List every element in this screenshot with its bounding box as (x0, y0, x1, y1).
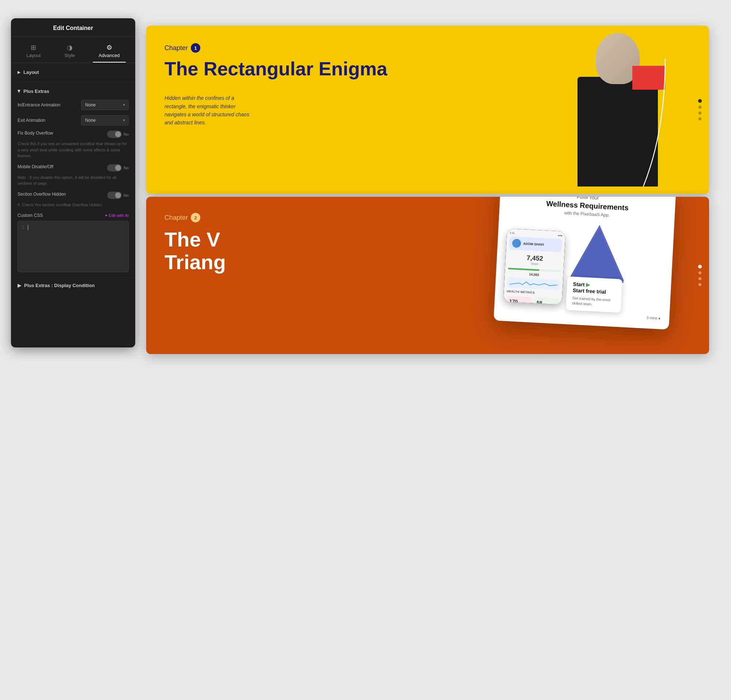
ch2-nav-dot-3 (699, 283, 702, 286)
wellness-card-body: 6:41 ●●● ADOM SHAFI (503, 218, 666, 321)
chapter1-nav-dots (698, 99, 702, 120)
style-icon: ◑ (67, 44, 73, 51)
chapter2-title: The V Triang (164, 228, 410, 273)
trial-free-trial: Start free trial (573, 287, 606, 295)
weight-value: 58 (537, 300, 556, 305)
custom-css-header: Custom CSS ✦ Edit with AI (18, 213, 129, 218)
health-metrics-label: HEALTH METRICS (506, 290, 559, 296)
section-overflow-thumb (115, 193, 121, 198)
phone-progress-fill (508, 268, 539, 271)
chapter2-title-line1: The V (164, 228, 220, 251)
chapter1-image (548, 26, 687, 194)
css-editor[interactable]: 1 (18, 221, 129, 272)
nav-dot-1 (699, 106, 702, 109)
calories-display: 14,562 (508, 271, 560, 278)
exit-animation-label: Exit Animation (18, 118, 78, 123)
phone-screen: 6:41 ●●● ADOM SHAFI (503, 229, 565, 304)
chapter2-content: Chapter 2 The V Triang (146, 197, 428, 297)
exit-animation-select-wrapper: None FadeOut SlideOut (81, 115, 129, 125)
metric-row: 170 Heart beat 58 Weight (506, 296, 559, 304)
in-animation-select[interactable]: None FadeIn SlideIn (81, 100, 129, 110)
phone-signals: ●●● (558, 234, 562, 237)
tab-style[interactable]: ◑ Style (59, 42, 81, 63)
css-cursor (28, 225, 28, 230)
wellness-card: Fulfill Your Wellness Requirements with … (493, 197, 676, 329)
section-overflow-row: Section Overflow Hidden No (18, 192, 129, 199)
mobile-disable-toggle[interactable]: No (107, 164, 129, 172)
heart-rate-label: Heart beat (509, 304, 528, 305)
mobile-disable-row: Mobile Disable/Off No (18, 164, 129, 172)
nav-dot-active (698, 99, 702, 103)
fix-body-overflow-toggle[interactable]: No (107, 131, 129, 138)
layout-arrow-icon: ▶ (18, 70, 21, 74)
section-overflow-state: No (123, 193, 129, 197)
fix-body-overflow-hint: Check this if you see an unwanted scroll… (18, 141, 129, 159)
display-condition-label: Plus Extras : Display Condition (24, 283, 95, 288)
nav-dot-2 (699, 112, 702, 115)
phone-user-info: ADOM SHAFI (523, 242, 544, 247)
mobile-disable-state: No (123, 166, 129, 170)
phone-progress-bar (508, 268, 561, 272)
mobile-disable-track[interactable] (107, 164, 122, 172)
chapter2-card: Chapter 2 The V Triang Fulfill Your Well… (146, 197, 709, 354)
heart-rate-value: 170 (509, 299, 529, 305)
css-line-number: 1 (22, 225, 24, 268)
mobile-disable-label: Mobile Disable/Off (18, 164, 103, 169)
mobile-disable-hint: Note : If you disable this option, It wi… (18, 175, 129, 187)
section-overflow-track[interactable] (107, 192, 122, 199)
fix-body-overflow-state: No (123, 132, 129, 137)
section-overflow-toggle[interactable]: No (107, 192, 129, 199)
chapter2-nav-dots (698, 265, 702, 286)
chapter1-label: Chapter 1 (164, 43, 437, 53)
display-condition-section: ▶ Plus Extras : Display Condition (11, 278, 135, 293)
trial-description: Get trained by the most skilled team. (572, 296, 615, 308)
layout-icon: ⊞ (31, 44, 36, 51)
chapter1-content: Chapter 1 The Rectangular Enigma Hidden … (146, 26, 456, 194)
plus-extras-section: ▶ Plus Extras In/Entrance Animation None… (11, 82, 135, 278)
blue-triangle-svg (567, 222, 629, 283)
in-animation-label: In/Entrance Animation (18, 102, 78, 107)
phone-status-bar: 6:41 ●●● (510, 231, 562, 237)
in-animation-row: In/Entrance Animation None FadeIn SlideI… (18, 100, 129, 110)
fix-body-overflow-track[interactable] (107, 131, 122, 138)
tabs-row: ⊞ Layout ◑ Style ⚙ Advanced (11, 37, 135, 63)
nav-dot-3 (699, 118, 702, 120)
plus-extras-label: Plus Extras (23, 88, 49, 94)
tab-layout[interactable]: ⊞ Layout (21, 42, 46, 63)
exit-animation-select[interactable]: None FadeOut SlideOut (81, 115, 129, 125)
display-condition-arrow-icon: ▶ (18, 283, 21, 288)
plus-extras-content: In/Entrance Animation None FadeIn SlideI… (18, 96, 129, 272)
display-condition-header[interactable]: ▶ Plus Extras : Display Condition (18, 283, 129, 288)
duration-badge: 3 mins ● (565, 311, 661, 321)
phone-user-header: ADOM SHAFI (509, 236, 562, 252)
trial-title: Start ▶ Start free trial (573, 281, 617, 296)
phone-username: ADOM SHAFI (523, 242, 544, 247)
ch2-nav-dot-2 (699, 277, 702, 280)
chart-area (507, 277, 560, 290)
layout-section-header[interactable]: ▶ Layout (18, 68, 129, 76)
plus-extras-header[interactable]: ▶ Plus Extras (18, 87, 129, 96)
exit-animation-row: Exit Animation None FadeOut SlideOut (18, 115, 129, 125)
heart-rate-card: 170 Heart beat (506, 296, 532, 304)
steps-container: 7,452 Steps (508, 251, 561, 268)
chapter1-num-badge: 1 (191, 43, 200, 53)
ch2-nav-dot-1 (699, 271, 702, 274)
chapter2-label: Chapter 2 (164, 213, 410, 222)
layout-section: ▶ Layout (11, 63, 135, 82)
tab-layout-label: Layout (26, 53, 41, 58)
trial-start: Start (573, 281, 586, 287)
custom-css-label: Custom CSS (18, 213, 104, 218)
chapter2-title-line2: Triang (164, 250, 226, 274)
weight-card: 58 Weight (533, 297, 559, 304)
tab-advanced-label: Advanced (99, 53, 120, 58)
tab-style-label: Style (64, 53, 75, 58)
tab-advanced[interactable]: ⚙ Advanced (93, 42, 126, 63)
chapter1-description: Hidden within the confines of a rectangl… (164, 94, 252, 127)
preview-area: Chapter 1 The Rectangular Enigma Hidden … (135, 18, 720, 682)
chapter1-title: The Rectangular Enigma (164, 59, 437, 79)
edit-with-ai-button[interactable]: ✦ Edit with AI (104, 213, 129, 218)
white-curve-svg (636, 59, 672, 187)
layout-section-label: Layout (23, 69, 39, 75)
fix-body-overflow-thumb (115, 131, 121, 137)
heart-chart (508, 279, 558, 289)
